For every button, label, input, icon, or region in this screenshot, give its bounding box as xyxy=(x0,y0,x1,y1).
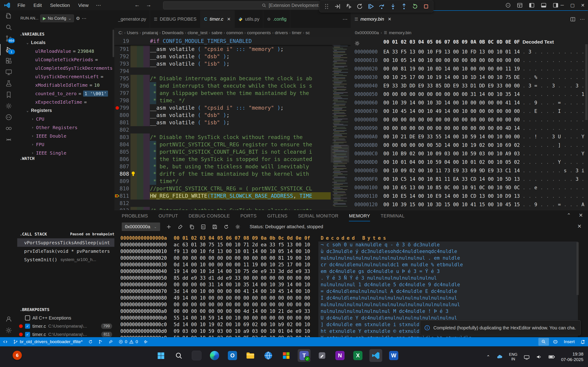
taskbar-pen-app-icon[interactable] xyxy=(316,349,329,362)
tab-close-icon[interactable]: ✕ xyxy=(388,17,391,22)
register-group-cpu[interactable]: ›CPU xyxy=(17,115,115,123)
memory-row[interactable]: 000000000000009000 00 00 00 00 00 00 00 … xyxy=(114,301,588,308)
call-stack-frame[interactable]: prvIdleTask(void * pvParameters xyxy=(17,247,114,255)
start-debug-icon[interactable]: ▶ xyxy=(43,16,46,21)
call-stack-frame[interactable]: SystemInit()system_sr100_h... xyxy=(17,255,114,264)
step-out-button[interactable] xyxy=(400,2,408,10)
taskbar-edge-icon[interactable] xyxy=(208,349,221,362)
breadcrumb-item[interactable]: C: xyxy=(119,30,123,35)
code-line-809[interactable]: 809 * time*/ xyxy=(114,177,351,185)
register-group-other-registers[interactable]: ›Other Registers xyxy=(17,123,115,132)
memory-row[interactable]: 00000000000000703d 14 00 10 00 00 00 00 … xyxy=(114,288,588,295)
notification-toast[interactable]: Completed (hopefully) duplicating the He… xyxy=(420,320,581,335)
git-branch-status[interactable]: br_old_drivers_bootloader_tflite* xyxy=(10,337,86,346)
taskbar-word-icon[interactable]: W xyxy=(387,349,400,362)
breadcrumb-item[interactable]: 0x0000000a xyxy=(355,30,379,35)
hex-row-00000110[interactable]: 0000011000 10 E5 14 00 10 E9 14 00 10 CD… xyxy=(351,192,588,200)
activity-jupyter-icon[interactable] xyxy=(0,134,17,145)
tab-timer-c[interactable]: Ctimer.c✕ xyxy=(200,10,235,28)
memory-close-icon[interactable]: ✕ xyxy=(578,223,582,229)
variables-registers-group[interactable]: ⌄Registers xyxy=(17,106,115,115)
breadcrumb-item[interactable]: sc xyxy=(305,30,310,35)
hex-row-00000040[interactable]: 00000040E9 33 3D DD E9 33 85 DD E9 33 D1… xyxy=(351,82,588,90)
memory-row[interactable]: 0000000000000010f9 13 00 10 fd 13 00 10 … xyxy=(114,248,588,255)
breadcrumb-item[interactable]: sabre xyxy=(212,30,223,35)
hex-row-00000090[interactable]: 0000009000 00 00 00 00 00 00 00 00 00 00… xyxy=(351,124,588,133)
code-line-807[interactable]: 807 * be, but using the tickless mode wi… xyxy=(114,163,351,170)
code-line-802[interactable]: 802 xyxy=(114,126,351,133)
hex-editor[interactable]: 00 01 02 03 04 05 06 07 08 09 0A 0B 0C 0… xyxy=(351,37,588,210)
breadcrumb-item[interactable]: components xyxy=(247,30,271,35)
activity-bookmarks-icon[interactable] xyxy=(0,89,17,100)
sidebar-scrollbar[interactable] xyxy=(112,30,114,57)
variable-ulCompletedSysTickDecrements[interactable]: ulCompletedSysTickDecrements= xyxy=(17,64,115,72)
breakpoint-row[interactable]: ✓timer.cC:\Users\pnataraj\...811 xyxy=(17,330,114,337)
window-maximize-icon[interactable]: ▢ xyxy=(567,0,578,10)
problems-status[interactable]: 0 0 xyxy=(116,337,141,346)
split-editor-icon[interactable] xyxy=(570,17,576,22)
taskbar-onenote-icon[interactable]: N xyxy=(334,349,346,362)
breadcrumb-item[interactable]: common xyxy=(226,30,243,35)
hex-scrollbar[interactable] xyxy=(585,44,588,120)
breadcrumb-item[interactable]: Users xyxy=(127,30,138,35)
stop-button[interactable] xyxy=(422,2,430,10)
battery-icon[interactable] xyxy=(548,354,555,360)
code-line-805[interactable]: 805 * portNVIC_SYSTICK_COUNT_FLAG_BIT is… xyxy=(114,148,351,156)
memory-row[interactable]: 000000000000006000 00 00 00 31 14 00 10 … xyxy=(114,282,588,288)
profile-icon[interactable] xyxy=(505,2,511,8)
memory-refresh-icon[interactable] xyxy=(224,224,229,230)
memory-row[interactable]: 00000000000000a000 00 00 00 00 00 00 00 … xyxy=(114,308,588,315)
code-line-810[interactable]: 810//portNVIC_SYSTICK_CTRL_REG = ( portN… xyxy=(114,185,351,192)
memory-row[interactable]: 000000000000005085 dd e9 33 d1 dd e9 33 … xyxy=(114,275,588,282)
nav-back-icon[interactable]: ← xyxy=(134,2,140,8)
variable-ulCompleteTickPeriods[interactable]: ulCompleteTickPeriods= xyxy=(17,55,115,64)
code-line-799[interactable]: 799__asm volatile ( "cpsid i" ::: "memor… xyxy=(114,104,351,111)
breakpoint-row[interactable]: ✓timer.cC:\Users\pnataraj\...799 xyxy=(17,322,114,330)
step-over-button[interactable] xyxy=(378,2,386,10)
memory-row[interactable]: 0000000000000000ac 63 01 30 75 15 00 10 … xyxy=(114,242,588,248)
code-line-804[interactable]: 804 * portNVIC_SYSTICK_CTRL_REG register… xyxy=(114,141,351,148)
code-line-806[interactable]: 806 * the time the SysTick is stopped fo… xyxy=(114,156,351,163)
section-breakpoints[interactable]: ⌄BREAKPOINTS xyxy=(17,305,115,314)
memory-header-row[interactable]: 000000000000000a00 01 02 03 04 05 06 07 … xyxy=(114,235,588,242)
activity-explorer-icon[interactable] xyxy=(0,10,17,22)
git-sync-button[interactable] xyxy=(86,337,95,346)
hex-row-00000020[interactable]: 0000002000 00 81 19 00 10 0D 14 00 10 00… xyxy=(351,65,588,73)
code-editor[interactable]: 791__asm volatile ( "cpsie i" ::: "memor… xyxy=(114,37,351,210)
window-close-icon[interactable]: ✕ xyxy=(578,0,588,10)
debug-probe-button[interactable] xyxy=(95,337,106,346)
taskbar-vscode-icon[interactable] xyxy=(369,349,382,362)
panel-collapse-icon[interactable]: ⌃ xyxy=(567,212,571,218)
register-group-fpu[interactable]: ›FPU xyxy=(17,140,115,149)
code-line-813[interactable]: 813/* Determine whether the SysTick has … xyxy=(114,207,351,210)
tab-debug-probes[interactable]: ☰DEBUG PROBES xyxy=(150,10,200,28)
notifications-bell-icon[interactable] xyxy=(578,337,588,346)
menu-edit[interactable]: Edit xyxy=(30,2,45,9)
section-variables[interactable]: ⌄VARIABLES xyxy=(17,30,115,38)
memory-row[interactable]: 000000000000004019 14 00 10 1d 14 00 10 … xyxy=(114,268,588,275)
variable-ulReloadValue[interactable]: ulReloadValue=239848 xyxy=(17,47,115,55)
window-minimize-icon[interactable]: ─ xyxy=(557,0,567,10)
memory-add-icon[interactable] xyxy=(166,224,172,230)
taskbar-file-explorer-icon[interactable] xyxy=(244,349,257,362)
menu-view[interactable]: View xyxy=(75,2,92,9)
breadcrumb-item[interactable]: pnataraj xyxy=(142,30,158,35)
taskbar-teams-icon[interactable]: T✓ xyxy=(298,349,311,362)
taskbar-outlook-icon[interactable]: O xyxy=(226,349,239,362)
code-line-795[interactable]: 795/* Disable interrupts again because t… xyxy=(114,75,351,82)
tab-memory-bin[interactable]: ☰ memory.bin ✕ xyxy=(351,10,588,28)
hex-row-00000000[interactable]: 00000000EA 33 F5 13 00 10 F9 13 00 10 FD… xyxy=(351,48,588,56)
taskbar-excel-icon[interactable]: X xyxy=(351,349,364,362)
volume-icon[interactable] xyxy=(536,354,542,360)
code-line-801[interactable]: 801__asm volatile ( "isb" ); xyxy=(114,119,351,126)
memory-row[interactable]: 000000000000008049 14 00 10 00 00 00 00 … xyxy=(114,295,588,301)
tray-hidden-icons[interactable]: ⌃ xyxy=(486,354,490,360)
activity-platformio-icon[interactable] xyxy=(0,111,17,123)
language-indicator[interactable]: ENG IN xyxy=(509,352,518,361)
section-call-stack[interactable]: ⌄CALL STACKPaused on breakpoint xyxy=(17,230,115,238)
hex-row-00000100[interactable]: 0000010000 10 65 13 00 10 85 0C 00 10 91… xyxy=(351,184,588,192)
run-to-line-button[interactable] xyxy=(334,2,342,10)
code-line-791[interactable]: 791__asm volatile ( "cpsie i" ::: "memor… xyxy=(114,45,351,53)
debug-more-icon[interactable]: ⋯ xyxy=(82,16,86,21)
variable-xExpectedIdleTime[interactable]: xExpectedIdleTime= xyxy=(17,98,115,106)
